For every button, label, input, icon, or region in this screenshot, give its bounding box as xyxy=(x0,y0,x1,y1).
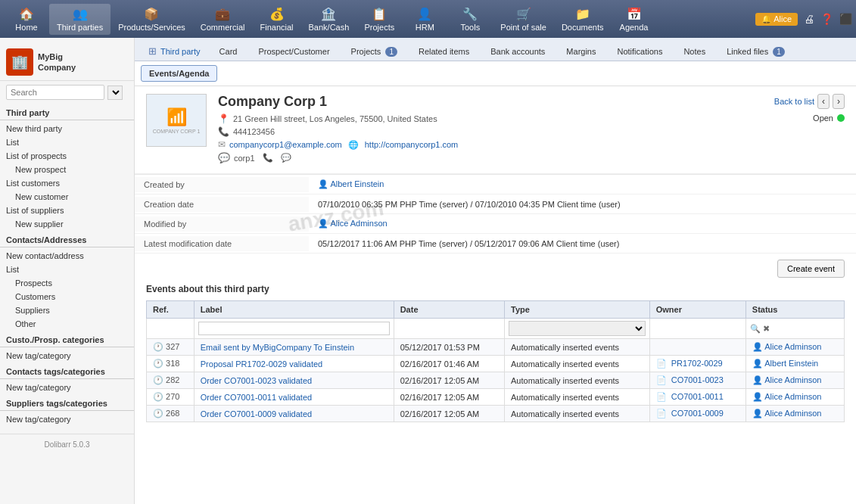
nav-bank-cash[interactable]: 🏦 Bank/Cash xyxy=(301,4,357,35)
event-label-link-3[interactable]: Order CO7001-0023 validated xyxy=(201,376,312,385)
search-input[interactable] xyxy=(6,85,104,100)
tab-notifications[interactable]: Notifications xyxy=(607,42,672,61)
col-owner: Owner xyxy=(649,301,745,319)
nav-financial[interactable]: 💰 Financial xyxy=(252,4,300,35)
commercial-icon: 💼 xyxy=(215,7,230,21)
meta-value-creation-date: 07/10/2010 06:35 PM PHP Time (server) / … xyxy=(309,197,856,212)
user-icon-5: 👤 xyxy=(752,409,764,418)
doc-link-4[interactable]: CO7001-0011 xyxy=(671,392,724,401)
owner-link-3[interactable]: Alice Adminson xyxy=(764,375,821,384)
event-label-link-2[interactable]: Proposal PR1702-0029 validated xyxy=(201,359,322,369)
filter-type-select[interactable] xyxy=(509,321,646,336)
table-row: 🕐 270 Order CO7001-0011 validated 02/16/… xyxy=(147,389,845,406)
event-type-cell-2: Automatically inserted events xyxy=(505,356,650,372)
nav-agenda[interactable]: 📅 Agenda xyxy=(612,4,657,35)
nav-documents[interactable]: 📁 Documents xyxy=(554,4,612,35)
sidebar-item-list-customers[interactable]: List customers xyxy=(0,176,134,190)
sidebar-item-new-supplier[interactable]: New supplier xyxy=(0,217,134,231)
doc-link-5[interactable]: CO7001-0009 xyxy=(671,409,724,418)
event-label-link-1[interactable]: Email sent by MyBigCompany To Einstein xyxy=(201,343,354,352)
tab-margins[interactable]: Margins xyxy=(556,42,605,61)
sidebar-item-customers[interactable]: Customers xyxy=(0,290,134,303)
col-date: Date xyxy=(394,301,504,319)
sidebar-item-new-custo-tag[interactable]: New tag/category xyxy=(0,349,134,362)
sidebar-item-new-contacts-tag[interactable]: New tag/category xyxy=(0,381,134,394)
event-ref-2: 318 xyxy=(166,359,179,368)
user-icon-modified: 👤 xyxy=(318,219,330,228)
nav-projects[interactable]: 📋 Projects xyxy=(356,4,402,35)
nav-hrm[interactable]: 👤 HRM xyxy=(402,4,447,35)
company-name-sidebar: MyBig Company xyxy=(38,51,76,73)
filter-label-input[interactable] xyxy=(198,322,390,335)
owner-link-1[interactable]: Alice Adminson xyxy=(764,342,821,351)
sidebar-item-new-prospect[interactable]: New prospect xyxy=(0,163,134,176)
nav-home[interactable]: 🏠 Home xyxy=(4,4,49,35)
print-icon[interactable]: 🖨 xyxy=(804,13,814,25)
event-owner-cell-1: 👤 Alice Adminson xyxy=(745,339,844,356)
event-label-cell-4: Order CO7001-0011 validated xyxy=(194,389,394,406)
filter-search-icon[interactable]: 🔍 xyxy=(750,324,761,333)
sub-tab-events-agenda[interactable]: Events/Agenda xyxy=(141,65,217,82)
events-section: Create event Events about this third par… xyxy=(135,254,856,428)
nav-tools[interactable]: 🔧 Tools xyxy=(447,4,493,35)
owner-link-5[interactable]: Alice Adminson xyxy=(764,409,821,418)
tab-prospect-customer[interactable]: Prospect/Customer xyxy=(248,42,339,61)
sidebar-item-new-suppliers-tag[interactable]: New tag/category xyxy=(0,412,134,426)
nav-products[interactable]: 📦 Products/Services xyxy=(111,4,193,35)
company-email-link[interactable]: companycorp1@example.com xyxy=(229,140,342,149)
filter-reset-icon[interactable]: ✖ xyxy=(763,324,770,333)
nav-commercial[interactable]: 💼 Commercial xyxy=(193,4,253,35)
sidebar-item-new-customer[interactable]: New customer xyxy=(0,190,134,204)
events-title: Events about this third party xyxy=(146,284,845,294)
clock-icon-2: 🕐 xyxy=(153,359,163,368)
owner-link-4[interactable]: Alice Adminson xyxy=(764,392,821,401)
sidebar-item-contacts-list[interactable]: List xyxy=(0,263,134,276)
events-header: Create event xyxy=(146,260,845,278)
prev-arrow[interactable]: ‹ xyxy=(817,94,830,109)
sidebar-item-list-suppliers[interactable]: List of suppliers xyxy=(0,204,134,217)
tab-projects[interactable]: Projects 1 xyxy=(341,42,407,61)
search-filter-select[interactable]: ▼ xyxy=(107,86,123,100)
event-ref-cell-3: 🕐 282 xyxy=(147,372,195,389)
tab-card[interactable]: Card xyxy=(210,42,247,61)
user-icon-3: 👤 xyxy=(752,375,764,384)
tab-bank-accounts[interactable]: Bank accounts xyxy=(481,42,555,61)
tab-linked-files[interactable]: Linked files 1 xyxy=(717,42,795,61)
tab-related-items[interactable]: Related items xyxy=(409,42,479,61)
sidebar-item-new-contact[interactable]: New contact/address xyxy=(0,249,134,263)
sidebar-item-list-prospects[interactable]: List of prospects xyxy=(0,149,134,163)
events-table: Ref. Label Date Type Owner Status xyxy=(146,300,845,422)
event-type-cell-4: Automatically inserted events xyxy=(505,389,650,406)
modified-by-link[interactable]: Alice Adminson xyxy=(330,219,387,228)
event-label-link-4[interactable]: Order CO7001-0011 validated xyxy=(201,393,312,402)
sidebar-footer: Dolibarr 5.0.3 xyxy=(0,434,134,455)
help-icon[interactable]: ❓ xyxy=(820,13,833,25)
back-to-list-link[interactable]: Back to list xyxy=(774,97,814,106)
event-label-link-5[interactable]: Order CO7001-0009 validated xyxy=(201,409,312,418)
sidebar-item-new-third-party[interactable]: New third party xyxy=(0,122,134,135)
col-status: Status xyxy=(745,301,844,319)
company-logo: 📶 COMPANY CORP 1 xyxy=(146,94,207,147)
sidebar-item-other[interactable]: Other xyxy=(0,317,134,331)
owner-link-2[interactable]: Albert Einstein xyxy=(764,359,818,368)
logout-icon[interactable]: ⬛ xyxy=(839,13,852,25)
tab-notes[interactable]: Notes xyxy=(674,42,715,61)
sidebar-item-list[interactable]: List xyxy=(0,135,134,149)
events-filter-row: 🔍 ✖ xyxy=(147,319,845,339)
event-owner-cell-2: 👤 Albert Einstein xyxy=(745,356,844,372)
create-event-button[interactable]: Create event xyxy=(777,260,845,278)
nav-third-parties[interactable]: 👥 Third parties xyxy=(49,4,111,35)
breadcrumb-link[interactable]: Third party xyxy=(160,47,201,56)
next-arrow[interactable]: › xyxy=(833,94,845,109)
doc-link-3[interactable]: CO7001-0023 xyxy=(671,375,724,384)
sidebar-item-suppliers-contacts[interactable]: Suppliers xyxy=(0,303,134,317)
created-by-link[interactable]: Albert Einstein xyxy=(330,179,384,188)
bank-icon: 🏦 xyxy=(321,7,336,21)
products-icon: 📦 xyxy=(144,7,159,21)
company-website-link[interactable]: http://companycorp1.com xyxy=(365,140,459,149)
sidebar-item-prospects[interactable]: Prospects xyxy=(0,276,134,290)
doc-link-2[interactable]: PR1702-0029 xyxy=(671,359,723,368)
event-ref-cell-5: 🕐 268 xyxy=(147,406,195,422)
nav-point-of-sale[interactable]: 🛒 Point of sale xyxy=(493,4,554,35)
col-type: Type xyxy=(505,301,650,319)
